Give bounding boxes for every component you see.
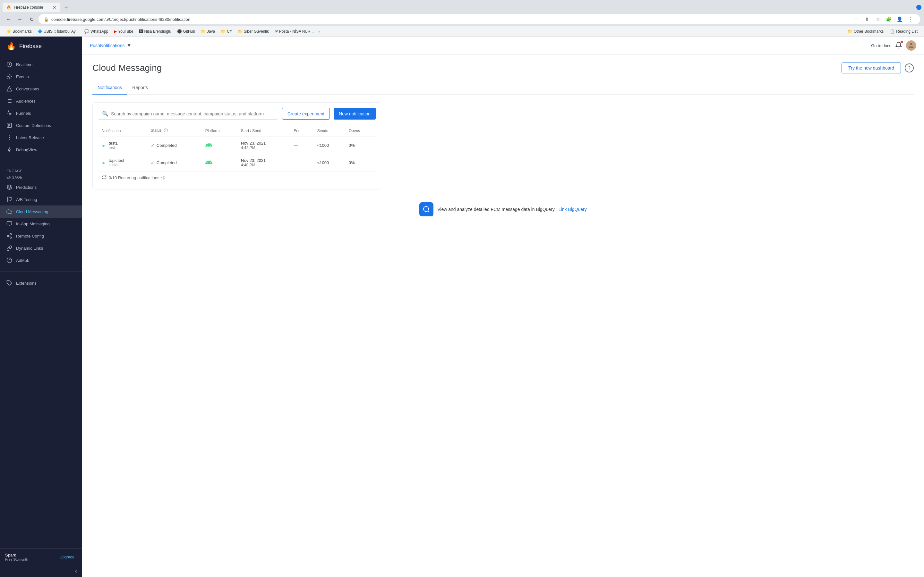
- page-content: Cloud Messaging Try the new dashboard ? …: [82, 55, 924, 229]
- bookmark-siber[interactable]: 📁 Siber Güvenlik: [235, 29, 271, 34]
- tab-reports[interactable]: Reports: [127, 81, 153, 95]
- csharp-label: C#: [227, 29, 232, 34]
- try-dashboard-button[interactable]: Try the new dashboard: [842, 63, 901, 73]
- browser-tab[interactable]: 🔥 Firebase console ✕: [3, 3, 60, 12]
- notification-bell[interactable]: [895, 42, 902, 50]
- extensions-icon[interactable]: 🧩: [884, 15, 893, 24]
- events-icon: [6, 74, 12, 79]
- upgrade-button[interactable]: Upgrade: [57, 554, 77, 561]
- sidebar-collapse-button[interactable]: ‹: [0, 565, 82, 577]
- bookmark-github[interactable]: ⚫ GitHub: [174, 29, 198, 34]
- sidebar-item-audiences[interactable]: Audiences: [0, 95, 82, 107]
- sidebar-item-realtime[interactable]: Realtime: [0, 58, 82, 71]
- forward-button[interactable]: →: [15, 15, 24, 24]
- menu-icon[interactable]: ⋮: [906, 15, 915, 24]
- sidebar-item-ab-testing[interactable]: A/B Testing: [0, 193, 82, 205]
- sidebar-item-cloud-messaging-label: Cloud Messaging: [16, 210, 48, 214]
- status-text-1: Completed: [157, 143, 177, 148]
- sidebar-item-debugview[interactable]: DebugView: [0, 143, 82, 156]
- col-end: End: [290, 125, 313, 137]
- profile-icon[interactable]: 👤: [895, 15, 904, 24]
- col-opens: Opens: [345, 125, 376, 137]
- bookmark-youtube[interactable]: ▶ YouTube: [111, 29, 136, 34]
- table-header-row: Notification Status ⓘ Platform Start / S…: [98, 125, 376, 137]
- help-icon[interactable]: ?: [905, 63, 914, 73]
- dynamic-links-icon: [6, 245, 12, 251]
- create-experiment-button[interactable]: Create experiment: [282, 108, 330, 119]
- recurring-info-icon[interactable]: ⓘ: [162, 175, 165, 181]
- link-bigquery-link[interactable]: Link BigQuery: [559, 207, 587, 212]
- status-cell-2: ✓ Completed: [147, 154, 202, 171]
- reading-list-icon: 📋: [890, 29, 895, 34]
- share-icon[interactable]: ⬆: [863, 15, 871, 24]
- reading-list[interactable]: 📋 Reading List: [887, 29, 920, 34]
- new-notification-button[interactable]: New notification: [334, 108, 376, 119]
- bookmark-bookmarks[interactable]: ⭐ Bookmarks: [4, 29, 34, 34]
- project-selector[interactable]: PushNotifications ▼: [90, 43, 132, 48]
- other-bookmarks-label: Other Bookmarks: [854, 29, 884, 34]
- bookmark-posta[interactable]: ✉ Posta - NİSA NUR...: [272, 29, 317, 34]
- sidebar-item-custom-definitions[interactable]: Custom Definitions: [0, 119, 82, 131]
- user-avatar[interactable]: [906, 40, 916, 51]
- sidebar-item-admob[interactable]: AdMob: [0, 254, 82, 266]
- go-to-docs-link[interactable]: Go to docs: [871, 43, 891, 48]
- col-platform: Platform: [202, 125, 237, 137]
- tabs: Notifications Reports: [92, 81, 914, 95]
- app-name: Firebase: [19, 43, 42, 50]
- sidebar-item-extensions[interactable]: Extensions: [0, 277, 82, 289]
- sidebar-item-dynamic-links[interactable]: Dynamic Links: [0, 242, 82, 254]
- opens-cell-2: 0%: [345, 154, 376, 171]
- start-time-1: 4:42 PM: [241, 145, 286, 150]
- bookmark-csharp[interactable]: 📁 C#: [218, 29, 234, 34]
- lock-icon: 🔒: [44, 17, 49, 22]
- platform-cell-1: [202, 137, 237, 154]
- other-bookmarks[interactable]: 📁 Other Bookmarks: [845, 29, 886, 34]
- bookmark-java[interactable]: 📁 Java: [198, 29, 218, 34]
- sidebar-item-audiences-label: Audiences: [16, 99, 36, 103]
- bookmark-ubis[interactable]: 🔷 UBIS :: İstanbul Ay...: [35, 29, 81, 34]
- sidebar-item-funnels[interactable]: Funnels: [0, 107, 82, 119]
- bookmark-nisa[interactable]: 🅽 Nisa Efendioğlu: [137, 29, 174, 34]
- bookmarks-more[interactable]: »: [318, 29, 320, 33]
- ab-testing-icon: [6, 197, 12, 202]
- recurring-icon: [102, 175, 107, 181]
- sidebar-item-conversions[interactable]: Conversions: [0, 83, 82, 95]
- conversions-icon: [6, 86, 12, 92]
- bookmark-whatsapp[interactable]: 💬 WhatsApp: [82, 29, 111, 34]
- search-input-wrap[interactable]: 🔍: [98, 108, 278, 119]
- debugview-icon: [6, 147, 12, 153]
- reload-button[interactable]: ↻: [27, 15, 36, 24]
- sidebar-item-predictions[interactable]: Predictions: [0, 181, 82, 193]
- predictions-icon: [6, 184, 12, 190]
- notif-cell-1: ► test1 test: [98, 137, 147, 154]
- col-start-send: Start / Send: [237, 125, 290, 137]
- sidebar-item-cloud-messaging[interactable]: Cloud Messaging: [0, 205, 82, 218]
- sidebar-item-events[interactable]: Events: [0, 71, 82, 83]
- status-cell-1: ✓ Completed: [147, 137, 202, 154]
- siber-label: Siber Güvenlik: [244, 29, 269, 34]
- tab-close-button[interactable]: ✕: [53, 5, 57, 10]
- translate-icon[interactable]: T: [851, 15, 861, 24]
- url-bar[interactable]: 🔒 console.firebase.google.com/u/0/projec…: [39, 14, 920, 24]
- check-icon-1: ✓: [151, 143, 155, 148]
- platform-cell-2: [202, 154, 237, 171]
- other-bookmarks-icon: 📁: [848, 29, 853, 34]
- sidebar-item-in-app-messaging[interactable]: In-App Messaging: [0, 218, 82, 230]
- bookmark-icon[interactable]: ☆: [873, 15, 882, 24]
- sidebar-item-latest-release[interactable]: Latest Release: [0, 131, 82, 143]
- search-input[interactable]: [111, 111, 274, 116]
- sidebar-divider-1: [0, 161, 82, 161]
- status-text-2: Completed: [157, 160, 177, 165]
- send-icon-2: ►: [102, 160, 106, 165]
- sidebar-item-remote-config[interactable]: Remote Config: [0, 230, 82, 242]
- url-text: console.firebase.google.com/u/0/project/…: [51, 17, 849, 22]
- nisa-label: Nisa Efendioğlu: [144, 29, 171, 34]
- sidebar-item-dynamic-links-label: Dynamic Links: [16, 246, 43, 251]
- status-info-icon[interactable]: ⓘ: [164, 128, 168, 133]
- back-button[interactable]: ←: [4, 15, 13, 24]
- tab-notifications[interactable]: Notifications: [92, 81, 127, 95]
- sidebar-item-in-app-messaging-label: In-App Messaging: [16, 221, 50, 226]
- custom-definitions-icon: [6, 122, 12, 128]
- new-tab-button[interactable]: +: [61, 3, 71, 12]
- sends-cell-1: <1000: [313, 137, 345, 154]
